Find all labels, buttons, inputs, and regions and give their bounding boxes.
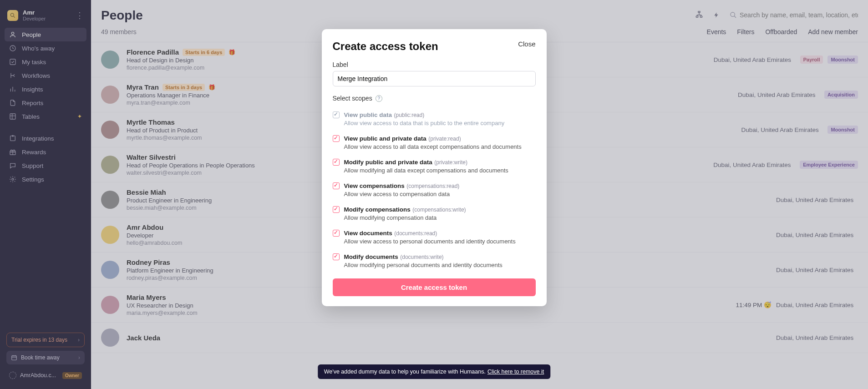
- scope-documents-read[interactable]: View documents (documents:read)Allow vie…: [333, 226, 536, 249]
- scope-title: View public data: [344, 111, 392, 118]
- scope-id: (private:read): [428, 136, 461, 142]
- scope-id: (compensations:write): [412, 207, 466, 213]
- scope-id: (private:write): [434, 159, 467, 166]
- scope-checkbox[interactable]: [333, 159, 340, 166]
- scope-desc: Allow modifying personal documents and i…: [344, 262, 503, 268]
- remove-dummy-link[interactable]: Click here to remove it: [487, 369, 544, 375]
- scope-desc: Allow view access to data that is public…: [344, 120, 505, 126]
- scope-desc: Allow view access to personal documents …: [344, 238, 516, 245]
- scope-checkbox[interactable]: [333, 135, 340, 142]
- scope-checkbox: [333, 111, 340, 118]
- help-icon[interactable]: ?: [376, 95, 382, 102]
- create-token-button[interactable]: Create access token: [333, 278, 536, 296]
- scope-title: View compensations: [344, 182, 405, 189]
- modal-title: Create access token: [333, 40, 438, 53]
- scope-desc: Allow view access to all data except com…: [344, 143, 522, 150]
- scope-title: View documents: [344, 230, 392, 237]
- scopes-heading: Select scopes: [333, 95, 372, 102]
- scope-public-read: View public data (public:read)Allow view…: [333, 107, 536, 131]
- scope-desc: Allow modifying all data except compensa…: [344, 167, 508, 174]
- scope-id: (documents:write): [400, 254, 443, 260]
- label-field-label: Label: [333, 61, 536, 68]
- scope-checkbox[interactable]: [333, 182, 340, 189]
- dummy-data-toast: We've added dummy data to help you famil…: [318, 364, 550, 379]
- scope-desc: Allow view access to compensation data: [344, 191, 460, 197]
- scope-id: (public:read): [394, 112, 424, 118]
- label-input[interactable]: [333, 71, 536, 86]
- scope-title: Modify public and private data: [344, 159, 432, 166]
- scope-desc: Allow modifying compensation data: [344, 214, 466, 221]
- scope-id: (documents:read): [394, 230, 437, 237]
- scope-private-write[interactable]: Modify public and private data (private:…: [333, 155, 536, 178]
- scope-checkbox[interactable]: [333, 253, 340, 260]
- close-button[interactable]: Close: [518, 40, 535, 48]
- scope-private-read[interactable]: View public and private data (private:re…: [333, 131, 536, 155]
- scope-checkbox[interactable]: [333, 206, 340, 213]
- scope-checkbox[interactable]: [333, 230, 340, 237]
- create-token-modal: Create access token Close Label Select s…: [322, 29, 547, 306]
- scope-id: (compensations:read): [406, 183, 459, 189]
- scope-title: View public and private data: [344, 135, 426, 142]
- scope-compensations-read[interactable]: View compensations (compensations:read)A…: [333, 178, 536, 202]
- scope-title: Modify documents: [344, 253, 398, 260]
- scope-documents-write[interactable]: Modify documents (documents:write)Allow …: [333, 249, 536, 273]
- scope-compensations-write[interactable]: Modify compensations (compensations:writ…: [333, 202, 536, 226]
- scope-title: Modify compensations: [344, 206, 411, 213]
